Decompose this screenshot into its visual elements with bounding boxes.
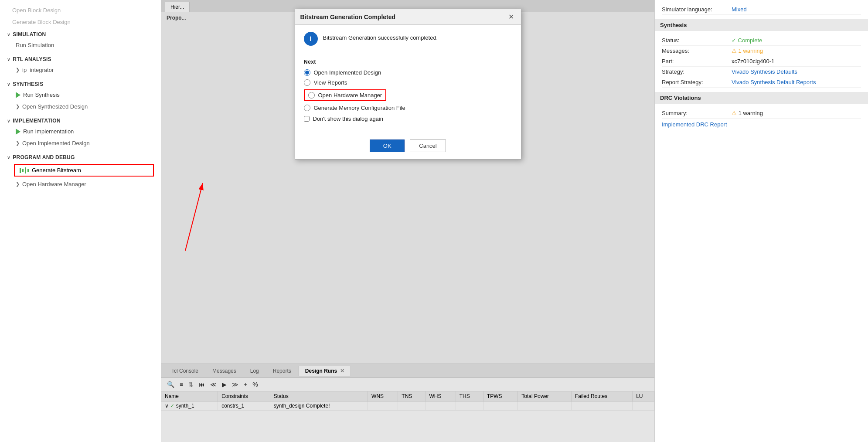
ok-button[interactable]: OK (370, 139, 405, 152)
radio-label-open-hardware-manager: Open Hardware Manager (318, 92, 382, 99)
chevron-icon: ∨ (7, 57, 10, 62)
radio-label-open-implemented: Open Implemented Design (314, 69, 381, 76)
synthesis-report-strategy-label: Report Strategy: (662, 79, 732, 85)
drc-summary-text: 1 warning (739, 110, 763, 116)
right-panel: Simulator language: Mixed Synthesis Stat… (654, 0, 868, 442)
chevron-icon: ∨ (7, 119, 10, 123)
synthesis-part-value: xc7z010clg400-1 (732, 58, 861, 65)
radio-open-hardware-manager[interactable]: Open Hardware Manager (304, 89, 512, 101)
simulator-language-label: Simulator language: (662, 6, 732, 13)
chevron-icon: ∨ (7, 155, 10, 160)
synthesis-status-label: Status: (662, 37, 732, 44)
chevron-right-icon: ❯ (16, 140, 20, 146)
chevron-right-icon: ❯ (16, 104, 20, 109)
bitstream-icon (19, 167, 29, 173)
dialog-body: i Bitstream Generation successfully comp… (295, 25, 521, 136)
info-icon: i (304, 32, 318, 46)
synthesis-messages-label: Messages: (662, 48, 732, 54)
sidebar-item-open-implemented-design[interactable]: ❯ Open Implemented Design (0, 137, 161, 149)
radio-label-view-reports: View Reports (314, 79, 347, 86)
dialog-overlay: Bitstream Generation Completed ✕ i Bitst… (161, 0, 654, 442)
synthesis-report-strategy-row: Report Strategy: Vivado Synthesis Defaul… (662, 77, 861, 88)
synthesis-part-label: Part: (662, 58, 732, 65)
dialog-titlebar: Bitstream Generation Completed ✕ (295, 9, 521, 25)
synthesis-part-row: Part: xc7z010clg400-1 (662, 56, 861, 67)
drc-header: DRC Violations (655, 92, 868, 104)
sidebar-item-label: Generate Bitstream (32, 167, 81, 173)
run-icon (16, 129, 20, 135)
sidebar-item-label: Run Simulation (16, 42, 54, 48)
sidebar-item-open-synthesized-design[interactable]: ❯ Open Synthesized Design (0, 101, 161, 112)
chevron-right-icon: ❯ (16, 181, 20, 187)
sidebar: Open Block Design Generate Block Design … (0, 0, 161, 442)
dialog-divider (304, 53, 512, 53)
sidebar-section-rtl-analysis[interactable]: ∨ RTL ANALYSIS (0, 53, 161, 64)
chevron-right-icon: ❯ (16, 67, 20, 73)
sidebar-section-synthesis[interactable]: ∨ SYNTHESIS (0, 78, 161, 89)
drc-summary-value: ⚠ 1 warning (732, 110, 861, 116)
drc-section: Summary: ⚠ 1 warning Implemented DRC Rep… (655, 104, 868, 135)
synthesis-strategy-row: Strategy: Vivado Synthesis Defaults (662, 67, 861, 77)
simulator-language-section: Simulator language: Mixed (655, 0, 868, 19)
sidebar-section-implementation[interactable]: ∨ IMPLEMENTATION (0, 114, 161, 126)
dialog-message: Bitstream Generation successfully comple… (323, 32, 438, 41)
sidebar-item-run-synthesis[interactable]: Run Synthesis (0, 89, 161, 101)
svg-line-1 (185, 183, 203, 251)
sidebar-item-generate-bitstream[interactable]: Generate Bitstream (14, 164, 154, 177)
sidebar-item-open-elaborated-design[interactable]: ❯ ip_integrator (0, 64, 161, 76)
radio-gen-memory-config[interactable]: Generate Memory Configuration File (304, 105, 512, 111)
sidebar-item-label: Open Block Design (12, 7, 61, 14)
chevron-icon: ∨ (7, 82, 10, 87)
radio-label-gen-memory-config: Generate Memory Configuration File (314, 105, 405, 111)
sidebar-item-label: Open Implemented Design (22, 140, 90, 146)
dialog-close-button[interactable]: ✕ (507, 13, 516, 21)
open-hardware-box: Open Hardware Manager (304, 89, 387, 101)
radio-input-open-implemented[interactable] (304, 69, 310, 76)
drc-report-link[interactable]: Implemented DRC Report (662, 121, 727, 128)
chevron-icon: ∨ (7, 32, 10, 37)
run-icon (16, 92, 20, 98)
synthesis-header: Synthesis (655, 19, 868, 31)
synthesis-strategy-value[interactable]: Vivado Synthesis Defaults (732, 68, 861, 75)
synthesis-section: Status: ✓ Complete Messages: ⚠ 1 warning… (655, 31, 868, 92)
synthesis-messages-row: Messages: ⚠ 1 warning (662, 46, 861, 56)
simulator-language-value: Mixed (732, 6, 861, 13)
dont-show-again-option[interactable]: Don't show this dialog again (304, 116, 512, 122)
sidebar-item-run-simulation[interactable]: Run Simulation (0, 39, 161, 51)
sidebar-section-program-debug[interactable]: ∨ PROGRAM AND DEBUG (0, 151, 161, 162)
cancel-button[interactable]: Cancel (410, 139, 446, 152)
drc-summary-row: Summary: ⚠ 1 warning (662, 108, 861, 119)
warning-icon: ⚠ (732, 48, 737, 54)
sidebar-item-label: ip_integrator (22, 67, 54, 73)
synthesis-strategy-label: Strategy: (662, 68, 732, 75)
radio-input-view-reports[interactable] (304, 79, 310, 86)
synthesis-messages-value: ⚠ 1 warning (732, 48, 861, 54)
bitstream-dialog: Bitstream Generation Completed ✕ i Bitst… (295, 9, 521, 160)
check-icon: ✓ (732, 37, 736, 44)
radio-view-reports[interactable]: View Reports (304, 79, 512, 86)
synthesis-status-row: Status: ✓ Complete (662, 35, 861, 46)
drc-summary-label: Summary: (662, 110, 732, 116)
simulator-language-row: Simulator language: Mixed (662, 4, 861, 15)
dialog-next-label: Next (304, 58, 512, 65)
drc-link-row: Implemented DRC Report (662, 119, 861, 130)
sidebar-item-label: Run Implementation (23, 128, 74, 135)
sidebar-item-open-block-design[interactable]: Open Block Design (0, 4, 161, 16)
synthesis-status-value: ✓ Complete (732, 37, 861, 44)
synthesis-report-strategy-value[interactable]: Vivado Synthesis Default Reports (732, 79, 861, 85)
dialog-footer: OK Cancel (295, 136, 521, 159)
radio-input-gen-memory-config[interactable] (304, 105, 310, 111)
dont-show-again-label: Don't show this dialog again (313, 116, 383, 122)
sidebar-item-generate-block-design[interactable]: Generate Block Design (0, 16, 161, 28)
warning-icon: ⚠ (732, 110, 737, 116)
generate-bitstream-wrapper: Generate Bitstream (0, 162, 161, 178)
radio-open-implemented[interactable]: Open Implemented Design (304, 69, 512, 76)
sidebar-item-open-hardware-manager[interactable]: ❯ Open Hardware Manager (0, 178, 161, 190)
dont-show-again-checkbox[interactable] (304, 116, 310, 122)
sidebar-section-simulation[interactable]: ∨ SIMULATION (0, 28, 161, 39)
dialog-title: Bitstream Generation Completed (300, 14, 396, 20)
radio-input-open-hardware-manager[interactable] (308, 92, 315, 99)
sidebar-item-run-implementation[interactable]: Run Implementation (0, 126, 161, 137)
sidebar-item-label: Open Synthesized Design (22, 103, 88, 110)
sidebar-item-label: Generate Block Design (12, 19, 71, 25)
